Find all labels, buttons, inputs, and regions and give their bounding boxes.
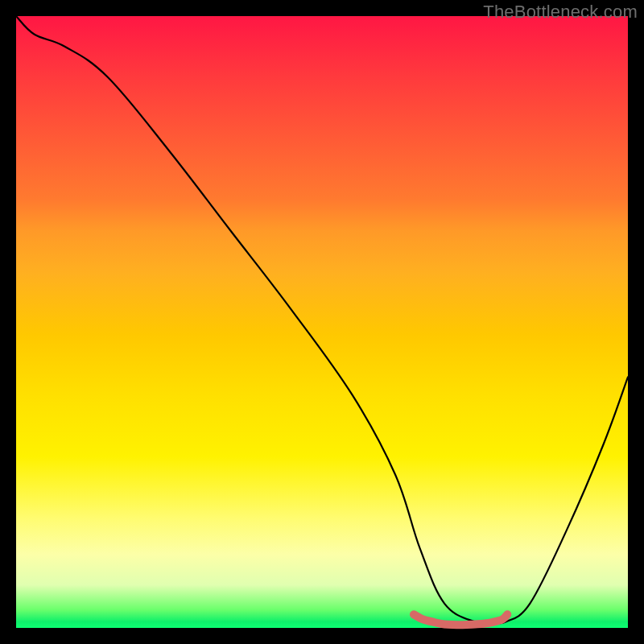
chart-plot-area — [16, 16, 628, 628]
chart-svg — [16, 16, 628, 628]
bottleneck-curve-line — [16, 16, 628, 623]
chart-frame: TheBottleneck.com — [0, 0, 644, 644]
watermark-text: TheBottleneck.com — [483, 2, 638, 23]
